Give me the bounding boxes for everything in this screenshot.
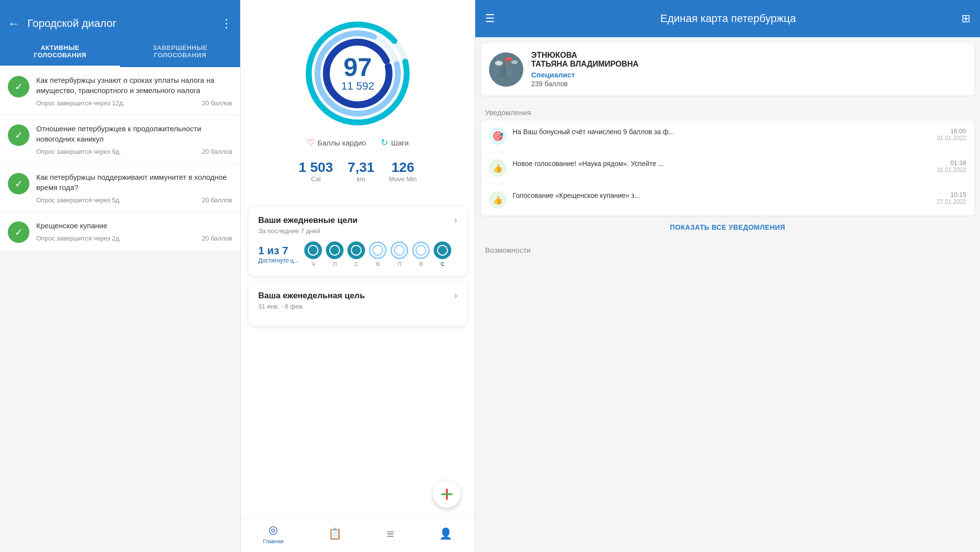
daily-goals-subtitle: За последние 7 дней [258, 227, 457, 235]
arrow-icon[interactable]: › [454, 215, 457, 225]
stat-km-label: km [348, 175, 375, 183]
notification-item[interactable]: 👍 Голосование «Крещенское купание» з... … [481, 184, 974, 216]
tabs-bar: АКТИВНЫЕГОЛОСОВАНИЯ ЗАВЕРШЁННЫЕГОЛОСОВАН… [0, 37, 240, 67]
vote-points: 20 баллов [202, 148, 232, 155]
activity-icon: 📋 [328, 528, 342, 540]
profile-last-name: ЭТНЮКОВА [531, 51, 966, 60]
nav-activity[interactable]: 📋 [328, 528, 342, 540]
vote-item[interactable]: ✓ Отношение петербуржцев к продолжительн… [0, 116, 240, 163]
stat-cal-value: 1 503 [299, 160, 333, 175]
vote-title: Как петербуржцы поддерживают иммунитет в… [36, 172, 232, 192]
vote-title: Отношение петербуржцев к продолжительнос… [36, 123, 232, 144]
day-circle-wrap: Ч [304, 241, 322, 267]
notif-text: На Ваш бонусный счёт начислено 9 баллов … [513, 127, 931, 137]
qr-icon[interactable]: ⊞ [961, 12, 970, 25]
panel-edinaya-karta: ☰ Единая карта петербуржца ⊞ ЭТНЮКОВА ТА… [475, 0, 980, 552]
notif-date: 27.01.2022 [937, 198, 966, 205]
vote-points: 20 баллов [202, 99, 232, 107]
vote-item[interactable]: ✓ Как петербуржцы поддерживают иммунитет… [0, 164, 240, 212]
vote-meta: Опрос завершится через 12д. 20 баллов [36, 99, 232, 107]
show-all-notifications-button[interactable]: ПОКАЗАТЬ ВСЕ УВЕДОМЛЕНИЯ [475, 216, 980, 239]
svg-rect-11 [506, 57, 507, 66]
tab-active-votes[interactable]: АКТИВНЫЕГОЛОСОВАНИЯ [0, 37, 120, 67]
nav-profile[interactable]: 👤 [439, 528, 452, 540]
vote-item[interactable]: ✓ Крещенское купание Опрос завершится че… [0, 213, 240, 251]
notif-time: 01:38 [937, 159, 966, 167]
stat-km-value: 7,31 [348, 160, 375, 175]
notification-item[interactable]: 🎯 На Ваш бонусный счёт начислено 9 балло… [481, 120, 974, 152]
nav-home-label: Главная [263, 538, 284, 544]
daily-goals-title: Ваши ежедневные цели [258, 216, 358, 225]
weekly-card-header: Ваша еженедельная цель › [258, 290, 457, 301]
weekly-goal-card[interactable]: Ваша еженедельная цель › 31 янв. - 6 фев… [248, 282, 467, 326]
panel1-header: ← Городской диалог ⋮ [0, 0, 240, 37]
hamburger-icon[interactable]: ☰ [485, 12, 495, 25]
ring-chart: 97 11 592 [304, 20, 412, 127]
notif-right: 10:15 27.01.2022 [937, 191, 966, 205]
ring-center: 97 11 592 [341, 54, 374, 93]
day-label-fri: П [333, 261, 337, 267]
goals-count: 1 из 7 [258, 244, 298, 257]
notif-right: 01:38 31.01.2022 [937, 159, 966, 173]
day-label-sun: В [376, 261, 380, 267]
daily-goals-card[interactable]: Ваши ежедневные цели › За последние 7 дн… [248, 206, 467, 276]
nav-home[interactable]: ◎ Главная [263, 524, 284, 544]
vote-check-icon: ✓ [8, 124, 29, 146]
day-circle-tue [412, 241, 430, 259]
notif-target-icon: 🎯 [489, 127, 507, 145]
vote-item[interactable]: ✓ Как петербуржцы узнают о сроках уплаты… [0, 67, 240, 115]
vote-points: 20 баллов [202, 196, 232, 204]
nav-list[interactable]: ≡ [387, 527, 394, 542]
header-left: ← Городской диалог [8, 17, 117, 30]
list-icon: ≡ [387, 527, 394, 542]
vote-content: Отношение петербуржцев к продолжительнос… [36, 123, 232, 155]
stat-move-min-value: 126 [389, 160, 416, 175]
notif-content: Новое голосование! «Наука рядом». Успейт… [513, 159, 931, 169]
day-circle-thu [304, 241, 322, 259]
notif-vote-icon: 👍 [489, 159, 507, 177]
vote-expires: Опрос завершится через 9д. [36, 148, 121, 155]
legend-steps-label: Шаги [391, 139, 409, 147]
day-label-tue: В [419, 261, 423, 267]
day-circle-fri [326, 241, 343, 259]
vote-meta: Опрос завершится через 9д. 20 баллов [36, 148, 232, 155]
day-circles: Ч П С [304, 241, 451, 267]
vote-expires: Опрос завершится через 2д. [36, 235, 121, 242]
notification-item[interactable]: 👍 Новое голосование! «Наука рядом». Успе… [481, 152, 974, 184]
vote-title: Как петербуржцы узнают о сроках уплаты н… [36, 75, 232, 96]
notif-date: 31.01.2022 [937, 135, 966, 142]
day-circle-wrap: С [434, 241, 451, 267]
notifications-section-title: Уведомления [475, 101, 980, 120]
goals-count-section: 1 из 7 Достигнуто ц... [258, 244, 298, 264]
bottom-nav: ◎ Главная 📋 ≡ 👤 [241, 518, 475, 552]
back-icon[interactable]: ← [8, 17, 20, 30]
weekly-goal-title: Ваша еженедельная цель [258, 291, 365, 301]
steps-icon: ↻ [381, 137, 388, 148]
notif-vote-icon2: 👍 [489, 191, 507, 209]
opportunities-section-title: Возможности [475, 239, 980, 258]
goals-achieved-label: Достигнуто ц... [258, 257, 298, 264]
svg-point-14 [511, 60, 518, 64]
panel-gorodskoy-dialog: ← Городской диалог ⋮ АКТИВНЫЕГОЛОСОВАНИЯ… [0, 0, 240, 552]
stat-km: 7,31 km [348, 160, 375, 183]
fitness-top: 97 11 592 ♡ Баллы кардио ↻ Шаги 1 503 [241, 0, 475, 202]
stat-move-min-label: Move Min [389, 175, 416, 183]
fab-add-button[interactable] [433, 480, 461, 508]
tab-completed-votes[interactable]: ЗАВЕРШЁННЫЕГОЛОСОВАНИЯ [120, 37, 240, 67]
notif-time: 10:15 [937, 191, 966, 198]
home-icon: ◎ [269, 524, 278, 536]
menu-icon[interactable]: ⋮ [220, 17, 232, 30]
day-circle-wrap: П [326, 241, 343, 267]
notif-content: Голосование «Крещенское купание» з... [513, 191, 931, 201]
vote-check-icon: ✓ [8, 221, 29, 243]
notif-right: 16:00 31.01.2022 [937, 127, 966, 142]
ring-big-number: 97 [341, 54, 374, 80]
avatar [489, 52, 523, 87]
day-label-sat: С [354, 261, 358, 267]
weekly-arrow-icon[interactable]: › [454, 290, 457, 301]
notifications-card: 🎯 На Ваш бонусный счёт начислено 9 балло… [481, 120, 974, 216]
day-circle-wrap: П [391, 241, 408, 267]
day-circle-mon [391, 241, 408, 259]
panel2-inner: 97 11 592 ♡ Баллы кардио ↻ Шаги 1 503 [240, 0, 475, 552]
fitness-legend: ♡ Баллы кардио ↻ Шаги [307, 137, 409, 148]
